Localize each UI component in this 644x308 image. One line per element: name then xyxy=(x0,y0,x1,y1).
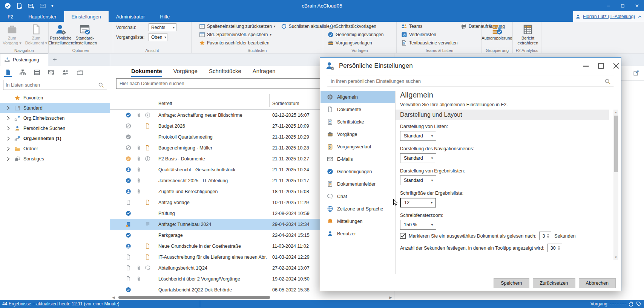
seconds-stepper[interactable]: 3 xyxy=(539,232,551,240)
dialog-nav-chat[interactable]: Chat xyxy=(320,190,395,203)
tab-hilfe[interactable]: Hilfe xyxy=(152,11,177,22)
dialog-search-input[interactable] xyxy=(327,79,604,84)
org-units-view-icon[interactable] xyxy=(19,67,26,77)
scroll-right-icon[interactable]: ▶ xyxy=(389,296,393,299)
ribbon-field-select[interactable]: Rechts▾ xyxy=(149,23,176,31)
mark-as-read-checkbox[interactable] xyxy=(400,233,406,239)
add-tab-button[interactable] xyxy=(48,53,61,66)
dropdown-caret-icon[interactable]: ▾ xyxy=(274,24,276,28)
list-tab-dokumente[interactable]: Dokumente xyxy=(131,68,162,77)
user-link[interactable]: Florian Lutz (IT-Abteilung) xyxy=(583,14,635,19)
sidebar-search-input[interactable] xyxy=(3,82,98,88)
new-email-icon[interactable] xyxy=(28,3,34,9)
ribbon-button-bericht-extrahieren[interactable]: Bericht extrahieren xyxy=(513,23,543,47)
lists-view-icon[interactable] xyxy=(33,67,40,77)
dialog-nav-allgemein[interactable]: Allgemein xyxy=(320,91,395,103)
f2-logo-icon[interactable] xyxy=(5,3,11,9)
ribbon-item-teams[interactable]: Teams xyxy=(401,22,458,30)
participants-view-icon[interactable] xyxy=(62,67,69,77)
dialog-nav-vorgangsverlauf[interactable]: Vorgangsverlauf xyxy=(320,140,395,153)
tab-f2[interactable]: F2 xyxy=(0,11,21,22)
tag-icon[interactable] xyxy=(636,301,642,307)
abbrechen-button[interactable]: Abbrechen xyxy=(579,278,616,288)
setting-select[interactable]: 150 %▼ xyxy=(400,220,436,230)
scrollbar-thumb[interactable] xyxy=(614,116,618,172)
ribbon-item-std-spalteneinstell-speichern[interactable]: Std. Spalteneinstell. speichern▾ xyxy=(199,30,276,38)
dialog-nav-dokumentenfelder[interactable]: Dokumentenfelder xyxy=(320,178,395,190)
dialog-nav-dokumente[interactable]: Dokumente xyxy=(320,103,395,116)
search-icon[interactable] xyxy=(604,78,611,85)
setting-select[interactable]: 12▼ xyxy=(400,198,436,207)
sidebar-item-org-einheitssuchen[interactable]: Org.Einheitssuchen xyxy=(0,113,110,123)
list-tab-vorgänge[interactable]: Vorgänge xyxy=(173,68,198,77)
popout-icon[interactable] xyxy=(633,70,639,76)
minimize-button[interactable] xyxy=(601,0,615,11)
ribbon-item-favoritensuchfelder-bearbeiten[interactable]: Favoritensuchfelder bearbeiten xyxy=(199,39,276,47)
zurücksetzen-button[interactable]: Zurücksetzen xyxy=(533,278,575,288)
dialog-minimize-button[interactable] xyxy=(576,58,591,73)
dialog-nav-mitteilungen[interactable]: Mitteilungen xyxy=(320,215,395,227)
maximize-button[interactable] xyxy=(615,0,630,11)
chevron-right-icon[interactable] xyxy=(5,105,11,111)
sidebar-item-standard[interactable]: Standard xyxy=(0,103,110,113)
dialog-maximize-button[interactable] xyxy=(591,58,606,73)
sidebar-item-favoriten[interactable]: Favoriten xyxy=(0,93,110,103)
horizontal-scrollbar[interactable]: ◀ ▶ xyxy=(112,296,393,299)
folders-view-icon[interactable] xyxy=(76,67,83,77)
scroll-up-icon[interactable]: ▲ xyxy=(613,110,618,115)
collapse-ribbon-icon[interactable] xyxy=(637,14,642,19)
documents-view-icon[interactable] xyxy=(5,67,12,77)
chevron-right-icon[interactable] xyxy=(5,146,11,152)
stepper-arrows-icon[interactable] xyxy=(557,245,561,250)
customize-quick-access-icon[interactable]: ▾ xyxy=(51,3,54,8)
sidebar-item-sonstiges[interactable]: Sonstiges xyxy=(0,154,110,164)
list-tab-anfragen[interactable]: Anfragen xyxy=(253,68,276,77)
ribbon-item-vorgangsvorlagen[interactable]: Vorgangsvorlagen xyxy=(328,39,383,47)
stepper-arrows-icon[interactable] xyxy=(546,233,550,238)
column-divider[interactable] xyxy=(269,94,270,107)
search-icon[interactable] xyxy=(98,82,104,88)
tab-posteingang[interactable]: Posteingang xyxy=(0,53,48,66)
chevron-right-icon[interactable] xyxy=(5,156,11,162)
dropdown-caret-icon[interactable]: ▾ xyxy=(270,33,271,37)
dialog-nav-schriftstücke[interactable]: ASchriftstücke xyxy=(320,116,395,128)
ribbon-item-textbausteine-verwalten[interactable]: ATextbausteine verwalten xyxy=(401,39,458,47)
ribbon-item-spalteneinstellung-zurücksetzen[interactable]: Spalteneinstellung zurücksetzen▾ xyxy=(199,22,276,30)
tooltip-seconds-stepper[interactable]: 30 xyxy=(547,244,562,252)
chevron-right-icon[interactable] xyxy=(5,115,11,121)
sidebar-item-persönliche-suchen[interactable]: Persönliche Suchen xyxy=(0,123,110,133)
new-document-icon[interactable] xyxy=(16,3,23,9)
list-tab-schriftstücke[interactable]: Schriftstücke xyxy=(209,68,241,77)
ribbon-item-schriftstückvorlagen[interactable]: ASchriftstückvorlagen xyxy=(328,22,383,30)
dialog-scrollbar[interactable]: ▲ ▼ xyxy=(613,110,618,260)
scroll-left-icon[interactable]: ◀ xyxy=(112,296,115,299)
speichern-button[interactable]: Speichern xyxy=(494,278,529,288)
dialog-nav-e-mails[interactable]: E-Mails xyxy=(320,153,395,165)
scrollbar-thumb[interactable] xyxy=(118,296,270,299)
chevron-right-icon[interactable] xyxy=(5,136,11,142)
tab-hauptfenster[interactable]: Hauptfenster xyxy=(21,11,64,22)
dialog-nav-benutzer[interactable]: Benutzer xyxy=(320,227,395,240)
ribbon-item-genehmigungsvorlagen[interactable]: Genehmigungsvorlagen xyxy=(328,30,383,38)
ribbon-item-verteilerlisten[interactable]: @Verteilerlisten xyxy=(401,30,458,38)
ribbon-button-standard-einstellungen[interactable]: Standard- einstellungen xyxy=(73,23,97,47)
column-header-sortierdatum[interactable]: Sortierdatum xyxy=(272,101,299,106)
chevron-right-icon[interactable] xyxy=(5,125,11,131)
scroll-down-icon[interactable]: ▼ xyxy=(613,255,618,260)
column-header-betreff[interactable]: Betreff xyxy=(158,101,172,106)
mail-view-icon[interactable] xyxy=(48,67,55,77)
dialog-close-button[interactable] xyxy=(606,58,621,73)
ribbon-button-persönliche-einstellungen[interactable]: Persönliche Einstellungen xyxy=(49,23,72,47)
setting-select[interactable]: Standard▼ xyxy=(400,153,436,163)
tab-administrator[interactable]: Administrator xyxy=(109,11,153,22)
ribbon-field-select[interactable]: Oben▾ xyxy=(149,33,167,41)
sidebar-item-org-einheiten-1-[interactable]: Org.Einheiten (1) xyxy=(0,133,110,143)
dialog-nav-vorgänge[interactable]: Vorgänge xyxy=(320,128,395,140)
ribbon-button-autogruppierung[interactable]: Autogruppierung xyxy=(482,23,512,47)
stopwatch-icon[interactable] xyxy=(628,301,634,307)
dialog-nav-genehmigungen[interactable]: Genehmigungen xyxy=(320,165,395,178)
setting-select[interactable]: Standard▼ xyxy=(400,175,436,185)
sidebar-item-ordner[interactable]: Ordner xyxy=(0,143,110,154)
dialog-nav-zeitzone-und-sprache[interactable]: Zeitzone und Sprache xyxy=(320,203,395,215)
close-button[interactable] xyxy=(630,0,644,11)
